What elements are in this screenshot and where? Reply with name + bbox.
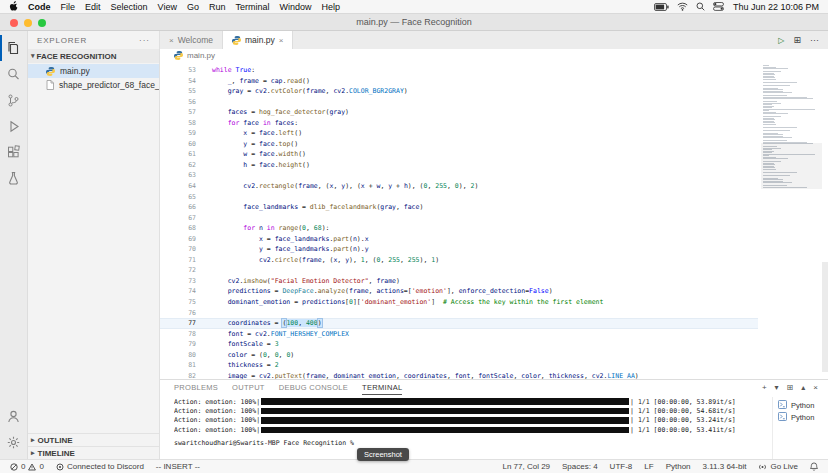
activity-account[interactable] xyxy=(0,403,28,429)
editor-scrollbar[interactable] xyxy=(822,262,828,372)
activity-explorer[interactable] xyxy=(0,35,28,61)
menu-clock[interactable]: Thu Jun 22 10:06 PM xyxy=(733,2,819,12)
code-line-63[interactable]: 63 xyxy=(160,170,758,181)
chevron-down-icon[interactable]: ▾ xyxy=(775,383,779,392)
split-icon[interactable]: ⊞ xyxy=(787,383,794,392)
code-line-78[interactable]: 78 font = cv2.FONT_HERSHEY_COMPLEX xyxy=(160,329,758,340)
panel-tab-output[interactable]: OUTPUT xyxy=(232,380,265,395)
code-line-67[interactable]: 67 xyxy=(160,213,758,224)
tab-main-py[interactable]: main.py× xyxy=(223,31,293,49)
terminal[interactable]: Action: emotion: 100%|| 1/1 [00:00:00, 5… xyxy=(174,397,770,458)
menu-terminal[interactable]: Terminal xyxy=(235,2,269,12)
code-line-79[interactable]: 79 fontScale = 3 xyxy=(160,339,758,350)
code-line-57[interactable]: 57 faces = hog_face_detector(gray) xyxy=(160,107,758,118)
activity-testing[interactable] xyxy=(0,165,28,191)
menu-help[interactable]: Help xyxy=(321,2,340,12)
code-line-66[interactable]: 66 face_landmarks = dlib_facelandmark(gr… xyxy=(160,202,758,213)
code-line-80[interactable]: 80 color = (0, 0, 0) xyxy=(160,350,758,361)
panel-tab-debug-console[interactable]: DEBUG CONSOLE xyxy=(279,380,348,395)
zoom-window-button[interactable] xyxy=(38,19,46,27)
terminal-prompt[interactable]: swaritchoudhari@Swarits-MBP Face Recogni… xyxy=(174,439,770,448)
code-line-74[interactable]: 74 predictions = DeepFace.analyze(frame,… xyxy=(160,286,758,297)
menu-selection[interactable]: Selection xyxy=(111,2,148,12)
encoding[interactable]: UTF-8 xyxy=(610,462,633,471)
tab-welcome[interactable]: ×Welcome xyxy=(160,31,223,49)
activity-source-control[interactable] xyxy=(0,87,28,113)
code-line-75[interactable]: 75 dominant_emotion = predictions[0]['do… xyxy=(160,297,758,308)
minimize-window-button[interactable] xyxy=(24,19,32,27)
bell-icon[interactable] xyxy=(810,462,818,471)
close-icon[interactable]: × xyxy=(279,36,284,45)
code-line-60[interactable]: 60 y = face.top() xyxy=(160,139,758,150)
menu-window[interactable]: Window xyxy=(279,2,311,12)
code-line-64[interactable]: 64 cv2.rectangle(frame, (x, y), (x + w, … xyxy=(160,181,758,192)
terminal-process-1[interactable]: Python xyxy=(773,399,828,411)
minimap-viewport[interactable] xyxy=(761,143,822,189)
menu-view[interactable]: View xyxy=(158,2,177,12)
code-line-76[interactable]: 76 xyxy=(160,308,758,319)
language-mode[interactable]: Python xyxy=(666,462,691,471)
code-line-81[interactable]: 81 thickness = 2 xyxy=(160,360,758,371)
activity-search[interactable] xyxy=(0,61,28,87)
menu-file[interactable]: File xyxy=(61,2,76,12)
breadcrumb-item[interactable]: main.py xyxy=(187,51,215,60)
terminal-process-2[interactable]: Python xyxy=(773,411,828,423)
apple-menu-icon[interactable] xyxy=(9,1,18,12)
menu-go[interactable]: Go xyxy=(187,2,199,12)
eol-sequence[interactable]: LF xyxy=(644,462,653,471)
code-line-65[interactable]: 65 xyxy=(160,192,758,203)
search-icon[interactable] xyxy=(696,2,705,11)
code-line-59[interactable]: 59 x = face.left() xyxy=(160,128,758,139)
breadcrumb[interactable]: main.py xyxy=(160,49,828,62)
code-line-70[interactable]: 70 y = face_landmarks.part(n).y xyxy=(160,244,758,255)
discord-status[interactable]: Connected to Discord xyxy=(56,462,144,471)
python-interpreter[interactable]: 3.11.3 64-bit xyxy=(703,462,747,471)
control-center-icon[interactable] xyxy=(713,2,724,11)
file-main-py[interactable]: main.py xyxy=(28,64,159,78)
more-actions-icon[interactable]: ··· xyxy=(139,36,150,45)
code-editor[interactable]: 53while True:54 _, frame = cap.read()55 … xyxy=(160,62,828,379)
activity-run-debug[interactable] xyxy=(0,113,28,139)
indentation[interactable]: Spaces: 4 xyxy=(562,462,598,471)
file-shape-predictor-68-face-[interactable]: shape_predictor_68_face_... xyxy=(28,78,159,92)
code-line-68[interactable]: 68 for n in range(0, 68): xyxy=(160,223,758,234)
code-line-61[interactable]: 61 w = face.width() xyxy=(160,149,758,160)
problems-status[interactable]: 0 0 xyxy=(10,462,44,471)
cursor-position[interactable]: Ln 77, Col 29 xyxy=(502,462,550,471)
close-icon[interactable]: × xyxy=(169,36,174,45)
code-line-73[interactable]: 73 cv2.imshow("Facial Emotion Detector",… xyxy=(160,276,758,287)
code-line-72[interactable]: 72 xyxy=(160,265,758,276)
code-line-56[interactable]: 56 xyxy=(160,97,758,108)
panel-tab-terminal[interactable]: TERMINAL xyxy=(362,380,402,395)
split-editor-icon[interactable]: ⊞ xyxy=(793,35,801,45)
battery-icon[interactable] xyxy=(654,3,669,11)
menu-run[interactable]: Run xyxy=(209,2,226,12)
vim-mode[interactable]: -- INSERT -- xyxy=(156,462,200,471)
activity-settings[interactable] xyxy=(0,429,28,455)
code-line-77[interactable]: 77 coordinates = (100, 400) xyxy=(160,318,758,329)
more-icon[interactable]: ··· xyxy=(810,35,819,45)
code-line-82[interactable]: 82 image = cv2.putText(frame, dominant_e… xyxy=(160,371,758,379)
close-icon[interactable]: × xyxy=(813,383,818,392)
window-title-bar[interactable]: main.py — Face Recognition xyxy=(0,14,828,31)
code-line-69[interactable]: 69 x = face_landmarks.part(n).x xyxy=(160,234,758,245)
run-icon[interactable]: ▷ xyxy=(778,36,784,45)
wifi-icon[interactable] xyxy=(677,2,688,11)
chevron-up-icon[interactable]: ▴ xyxy=(801,383,805,392)
code-line-71[interactable]: 71 cv2.circle(frame, (x, y), 1, (0, 255,… xyxy=(160,255,758,266)
code-line-55[interactable]: 55 gray = cv2.cvtColor(frame, cv2.COLOR_… xyxy=(160,86,758,97)
minimap[interactable] xyxy=(763,65,820,188)
panel-tab-problems[interactable]: PROBLEMS xyxy=(174,380,218,395)
menu-code[interactable]: Code xyxy=(28,2,51,12)
code-line-53[interactable]: 53while True: xyxy=(160,65,758,76)
section-outline[interactable]: ▸OUTLINE xyxy=(28,433,159,446)
activity-extensions[interactable] xyxy=(0,139,28,165)
code-line-54[interactable]: 54 _, frame = cap.read() xyxy=(160,76,758,87)
folder-section-header[interactable]: ▾ FACE RECOGNITION xyxy=(28,49,159,63)
code-line-58[interactable]: 58 for face in faces: xyxy=(160,118,758,129)
section-timeline[interactable]: ▸TIMELINE xyxy=(28,446,159,459)
plus-icon[interactable]: + xyxy=(762,383,767,392)
code-line-62[interactable]: 62 h = face.height() xyxy=(160,160,758,171)
menu-edit[interactable]: Edit xyxy=(85,2,101,12)
close-window-button[interactable] xyxy=(10,19,18,27)
